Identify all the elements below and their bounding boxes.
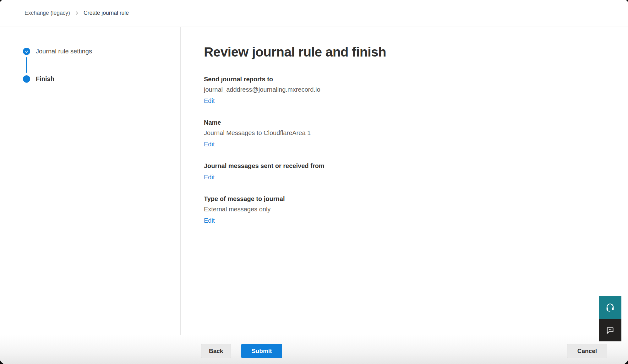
review-section: Journal messages sent or received from E… — [204, 162, 609, 182]
feedback-button[interactable] — [599, 319, 621, 341]
page-title: Review journal rule and finish — [204, 44, 609, 61]
back-button[interactable]: Back — [201, 344, 231, 358]
wizard-step-connector — [26, 57, 27, 73]
section-value: Journal Messages to CloudflareArea 1 — [204, 129, 609, 137]
review-section: Type of message to journal External mess… — [204, 195, 609, 225]
section-label: Journal messages sent or received from — [204, 162, 609, 170]
step-current-dot-icon — [23, 75, 30, 83]
help-button[interactable] — [599, 296, 621, 319]
section-edit-link[interactable]: Edit — [204, 216, 215, 225]
section-edit-link[interactable]: Edit — [204, 140, 215, 149]
section-label: Name — [204, 118, 609, 127]
wizard-sidebar: Journal rule settings Finish — [0, 27, 181, 335]
breadcrumb: Exchange (legacy) Create journal rule — [25, 10, 129, 16]
section-value: journal_adddress@journaling.mxrecord.io — [204, 85, 609, 94]
breadcrumb-exchange-legacy[interactable]: Exchange (legacy) — [25, 10, 70, 16]
review-panel: Review journal rule and finish Send jour… — [181, 27, 628, 335]
review-section: Send journal reports to journal_adddress… — [204, 75, 609, 105]
step-completed-check-icon — [23, 48, 30, 55]
section-value: External messages only — [204, 205, 609, 214]
section-edit-link[interactable]: Edit — [204, 97, 215, 105]
review-sections: Send journal reports to journal_adddress… — [204, 75, 609, 225]
wizard-step-label: Finish — [36, 75, 54, 83]
footer-action-bar: Back Submit Cancel — [0, 335, 628, 364]
section-edit-link[interactable]: Edit — [204, 173, 215, 182]
submit-button[interactable]: Submit — [241, 344, 282, 358]
wizard-step-label: Journal rule settings — [36, 48, 92, 55]
cancel-button[interactable]: Cancel — [567, 344, 607, 358]
wizard-step-journal-rule-settings[interactable]: Journal rule settings — [23, 48, 180, 55]
wizard-step-finish[interactable]: Finish — [23, 75, 180, 83]
chat-bubble-icon — [605, 325, 615, 335]
review-section: Name Journal Messages to CloudflareArea … — [204, 118, 609, 149]
headset-icon — [605, 302, 615, 312]
breadcrumb-create-journal-rule: Create journal rule — [84, 10, 129, 16]
section-label: Type of message to journal — [204, 195, 609, 203]
section-label: Send journal reports to — [204, 75, 609, 84]
top-header: Exchange (legacy) Create journal rule — [0, 0, 628, 26]
app-window: Exchange (legacy) Create journal rule Jo… — [0, 0, 628, 364]
chevron-right-icon — [74, 11, 79, 15]
